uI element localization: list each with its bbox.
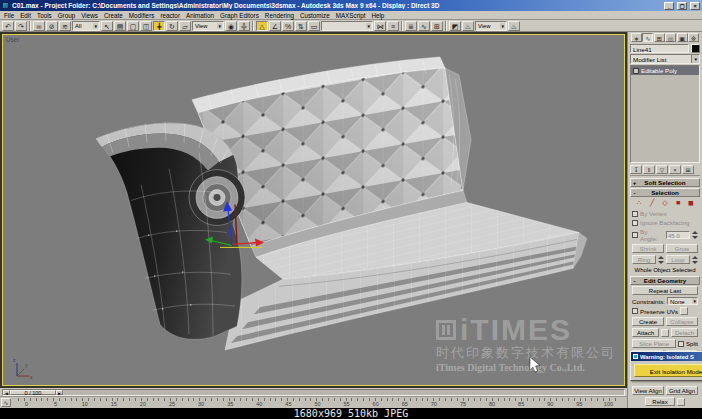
- collapse-button[interactable]: Collapse: [666, 317, 698, 326]
- curve-editor-button[interactable]: ∿: [418, 21, 430, 31]
- shrink-button[interactable]: Shrink: [632, 244, 664, 253]
- preserve-uvs-checkbox[interactable]: [632, 308, 638, 314]
- maximize-button[interactable]: ▢: [677, 2, 687, 10]
- make-unique-button[interactable]: ▽: [656, 165, 668, 174]
- menu-group[interactable]: Group: [58, 12, 76, 19]
- grow-button[interactable]: Grow: [666, 244, 698, 253]
- previous-frame-button[interactable]: ◄: [3, 390, 10, 395]
- loop-spinner[interactable]: [692, 256, 698, 264]
- vertex-icon[interactable]: ∴: [635, 199, 644, 207]
- by-angle-value-field[interactable]: 45.0: [666, 231, 690, 239]
- attach-list-button[interactable]: [661, 329, 669, 337]
- rollout-soft-selection[interactable]: + Soft Selection: [630, 178, 700, 187]
- repeat-last-button[interactable]: Repeat Last: [632, 286, 698, 295]
- menu-modifiers[interactable]: Modifiers: [129, 12, 155, 19]
- rollout-selection[interactable]: - Selection: [630, 188, 700, 197]
- menu-customize[interactable]: Customize: [300, 12, 330, 19]
- schematic-view-button[interactable]: ⊞: [431, 21, 443, 31]
- pin-stack-button[interactable]: ↧: [630, 165, 642, 174]
- relax-button[interactable]: Relax: [645, 397, 675, 406]
- viewport-canvas[interactable]: x y z: [3, 35, 624, 385]
- menu-animation[interactable]: Animation: [186, 12, 214, 19]
- exit-isolation-mode-button[interactable]: Exit Isolation Mode: [634, 364, 702, 377]
- create-button[interactable]: Create: [632, 317, 664, 326]
- split-checkbox[interactable]: [678, 341, 684, 347]
- menu-tools[interactable]: Tools: [37, 12, 52, 19]
- selection-filter-dropdown[interactable]: All: [72, 21, 100, 31]
- border-icon[interactable]: ◇: [661, 199, 670, 207]
- angle-snap-button[interactable]: ∠: [269, 21, 281, 31]
- render-setup-button[interactable]: ♨: [462, 21, 474, 31]
- menu-create[interactable]: Create: [104, 12, 123, 19]
- menu-edit[interactable]: Edit: [20, 12, 31, 19]
- render-type-dropdown[interactable]: View: [475, 21, 507, 31]
- time-slider-track[interactable]: ◄ 0 / 100 ►: [2, 389, 625, 396]
- percent-snap-button[interactable]: %: [282, 21, 294, 31]
- show-end-result-button[interactable]: ‖: [643, 165, 655, 174]
- polygon-icon[interactable]: ■: [674, 199, 683, 207]
- use-center-button[interactable]: ◉: [225, 21, 237, 31]
- by-angle-spinner[interactable]: [692, 231, 698, 239]
- relax-settings-button[interactable]: [677, 398, 685, 406]
- coordinate-system-dropdown[interactable]: View: [192, 21, 224, 31]
- menu-file[interactable]: File: [4, 12, 14, 19]
- tab-hierarchy[interactable]: ⊞: [654, 33, 665, 42]
- by-angle-checkbox[interactable]: [632, 232, 638, 238]
- menu-reactor[interactable]: reactor: [160, 12, 180, 19]
- align-button[interactable]: ≡: [387, 21, 399, 31]
- redo-button[interactable]: ↷: [15, 21, 27, 31]
- close-button[interactable]: ×: [690, 2, 700, 10]
- mirror-button[interactable]: ⋈: [374, 21, 386, 31]
- viewport[interactable]: x y z: [2, 34, 625, 386]
- bind-to-space-warp-button[interactable]: ≋: [59, 21, 71, 31]
- select-and-manipulate-button[interactable]: ╬: [238, 21, 250, 31]
- spinner-snap-button[interactable]: ⇅: [295, 21, 307, 31]
- select-by-name-button[interactable]: ▤: [114, 21, 126, 31]
- named-selection-dropdown[interactable]: [321, 21, 373, 31]
- configure-modifier-sets-button[interactable]: ⊞: [682, 165, 694, 174]
- edge-icon[interactable]: ╱: [648, 199, 657, 207]
- layer-manager-button[interactable]: ≣: [405, 21, 417, 31]
- next-frame-button[interactable]: ►: [56, 390, 63, 395]
- unlink-selection-button[interactable]: ⊘: [46, 21, 58, 31]
- constraints-dropdown[interactable]: None: [667, 297, 698, 305]
- select-and-rotate-button[interactable]: ↻: [166, 21, 178, 31]
- tab-modify[interactable]: ∿: [642, 33, 653, 42]
- select-and-scale-button[interactable]: ▱: [179, 21, 191, 31]
- rollout-edit-geometry[interactable]: - Edit Geometry: [630, 276, 700, 285]
- time-slider-handle[interactable]: 0 / 100: [10, 390, 56, 395]
- dialog-title-bar[interactable]: Warning: Isolated S: [631, 352, 702, 361]
- tab-motion[interactable]: ◎: [665, 33, 676, 42]
- select-and-link-button[interactable]: ∞: [33, 21, 45, 31]
- view-align-button[interactable]: View Align: [632, 386, 664, 395]
- select-object-button[interactable]: ↖: [101, 21, 113, 31]
- edit-named-selections-button[interactable]: ▭: [308, 21, 320, 31]
- ring-spinner[interactable]: [658, 256, 664, 264]
- grid-align-button[interactable]: Grid Align: [666, 386, 698, 395]
- select-and-move-button[interactable]: ╋: [153, 21, 165, 31]
- element-icon[interactable]: ◼: [687, 199, 696, 207]
- ring-button[interactable]: Ring: [632, 255, 656, 264]
- undo-button[interactable]: ↶: [2, 21, 14, 31]
- tab-display[interactable]: ▣: [677, 33, 688, 42]
- menu-views[interactable]: Views: [81, 12, 98, 19]
- track-bar[interactable]: ∿ 05 1015 2025 3035 4045 5055 6065 7075 …: [0, 396, 627, 408]
- window-crossing-button[interactable]: ◫: [140, 21, 152, 31]
- object-name-field[interactable]: Line41: [630, 44, 689, 53]
- modifier-list-dropdown[interactable]: Modifier List: [630, 54, 700, 64]
- detach-button[interactable]: Detach: [671, 328, 698, 337]
- material-editor-button[interactable]: ◩: [449, 21, 461, 31]
- attach-button[interactable]: Attach: [632, 328, 659, 337]
- remove-modifier-button[interactable]: ×: [669, 165, 681, 174]
- ignore-backfacing-checkbox[interactable]: [632, 220, 638, 226]
- tab-create[interactable]: ∗: [631, 33, 642, 42]
- quick-render-button[interactable]: ♨: [508, 21, 520, 31]
- loop-button[interactable]: Loop: [666, 255, 690, 264]
- mini-curve-editor-button[interactable]: ∿: [1, 398, 11, 407]
- preserve-uvs-settings-button[interactable]: [680, 307, 688, 315]
- menu-maxscript[interactable]: MAXScript: [336, 12, 366, 19]
- tab-utilities[interactable]: ※: [688, 33, 699, 42]
- viewport-label[interactable]: User: [6, 36, 19, 43]
- menu-help[interactable]: Help: [371, 12, 384, 19]
- snaps-toggle-button[interactable]: △: [256, 21, 268, 31]
